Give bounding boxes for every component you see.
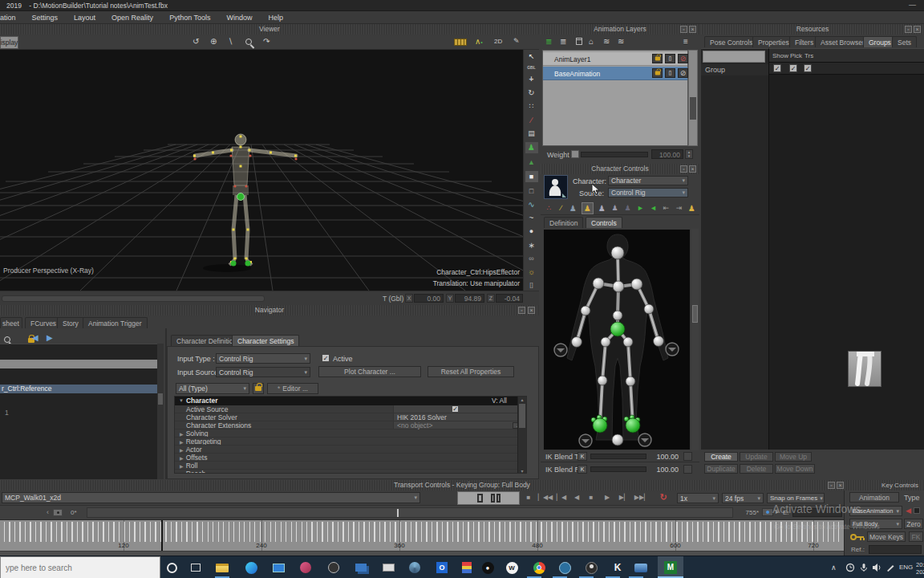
zoom-range-icon[interactable]	[762, 508, 773, 516]
bottom-center-control[interactable]	[612, 434, 623, 446]
full-body-icon[interactable]: ♟	[687, 202, 697, 214]
maps-pin-icon[interactable]: ●	[476, 556, 499, 578]
cortana-icon[interactable]	[160, 556, 183, 578]
viewport-canvas[interactable]	[0, 50, 523, 291]
left-hip-control[interactable]	[601, 337, 610, 347]
remote-desktop-icon[interactable]	[350, 556, 372, 578]
tree-item-selected[interactable]: r_Ctrl:Reference	[0, 385, 157, 393]
weight-slider-track[interactable]	[581, 152, 648, 157]
audio-app-icon[interactable]	[403, 556, 426, 578]
menu-item-settings[interactable]: Settings	[24, 14, 67, 22]
character-d-icon[interactable]: ♟	[622, 202, 633, 214]
character-body-view[interactable]	[543, 229, 691, 450]
gbl-mode-icon[interactable]: GBL	[527, 65, 536, 70]
motionbuilder-taskbar-icon[interactable]: M	[658, 556, 683, 578]
previous-key-button[interactable]: ▏◀	[555, 494, 568, 501]
ik-blend-r-value[interactable]: 100.00	[648, 466, 679, 474]
left-hand-control[interactable]	[572, 337, 582, 348]
layer-lock-button[interactable]	[652, 68, 663, 78]
right-elbow-control[interactable]	[644, 304, 654, 314]
next-frame-button[interactable]: ▶▏	[618, 494, 630, 501]
resources-close-icon[interactable]: ×	[914, 26, 921, 33]
tab-dopesheet[interactable]: sheet	[0, 317, 22, 328]
ik-key-icon[interactable]: K	[578, 465, 587, 474]
head-control[interactable]	[611, 246, 624, 259]
range-marker-icon[interactable]	[53, 509, 63, 516]
go-to-start-button[interactable]: ▏◀◀	[537, 494, 553, 501]
input-type-dropdown[interactable]: Control Rig▾	[216, 353, 310, 364]
filter-type-dropdown[interactable]: All (Type)▾	[176, 383, 249, 394]
column-show[interactable]: Show	[772, 52, 788, 59]
tab-pose-controls[interactable]: Pose Controls	[704, 36, 758, 47]
ik-key-icon[interactable]: K	[578, 452, 587, 461]
source-dropdown[interactable]: Control Rig▾	[608, 188, 688, 197]
character-c-icon[interactable]: ♟	[610, 202, 620, 214]
group-name-field[interactable]	[703, 51, 765, 63]
spine-control[interactable]	[613, 311, 622, 320]
orbit-icon[interactable]: ↺	[192, 37, 199, 46]
keying-group-dropdown[interactable]: Full Body▾	[849, 519, 902, 529]
tray-clock[interactable]: 20:2 2021	[916, 561, 924, 576]
navigator-close-icon[interactable]: ×	[528, 307, 535, 314]
menu-item-python-tools[interactable]: Python Tools	[161, 14, 218, 22]
frame-display-mode[interactable]	[457, 491, 520, 505]
right-hand-aux-button[interactable]	[666, 343, 679, 356]
create-button[interactable]: Create	[704, 452, 738, 462]
move-down-button[interactable]: Move Down	[775, 464, 815, 474]
layers-icon[interactable]: ≣	[560, 37, 566, 46]
axis-icon[interactable]: ∧•	[475, 37, 483, 46]
layer-solo-button[interactable]: ▯	[665, 54, 675, 63]
menu-item-open-reality[interactable]: Open Reality	[103, 14, 161, 22]
delete-button[interactable]: Delete	[740, 464, 773, 474]
color-app-icon[interactable]	[456, 556, 478, 578]
navigator-find-icon[interactable]	[4, 336, 10, 343]
group-row-label[interactable]: Group	[701, 64, 768, 75]
x-value-field[interactable]: 0.00	[414, 294, 444, 303]
obs-companion-icon[interactable]	[553, 556, 576, 578]
record-button[interactable]: ■	[523, 494, 534, 501]
viewport[interactable]: Producer Perspective (X-Ray) Character_C…	[0, 50, 523, 291]
character-thumbnail[interactable]	[544, 175, 568, 199]
duplicate-button[interactable]: Duplicate	[704, 464, 738, 474]
left-elbow-control[interactable]	[581, 306, 590, 315]
layer-mute-button[interactable]: ⊘	[678, 54, 688, 63]
right-knee-control[interactable]	[626, 377, 635, 386]
left-knee-control[interactable]	[598, 376, 607, 385]
plot-flag-right-icon[interactable]: ►	[648, 202, 659, 214]
pin-translate-icon[interactable]: ⇤	[661, 202, 671, 214]
animation-mode-button[interactable]: Animation	[849, 492, 899, 503]
tray-clock-icon[interactable]	[845, 563, 855, 572]
end-range-field[interactable]	[792, 508, 842, 517]
krita-icon[interactable]: K	[606, 556, 629, 578]
wacom-icon[interactable]: W	[500, 556, 523, 578]
chest-control[interactable]	[613, 281, 624, 292]
navigator-forward-icon[interactable]: ▶	[47, 333, 53, 342]
merge-layers-icon[interactable]: ⌂	[589, 37, 594, 46]
body-rig-canvas[interactable]	[544, 230, 690, 450]
current-frame-cursor[interactable]	[161, 520, 163, 551]
base-animation-dropdown[interactable]: BaseAnimation▾	[849, 506, 902, 516]
stack-b-icon[interactable]: ≋	[618, 37, 624, 46]
2d-mode-icon[interactable]: 2D	[494, 38, 502, 45]
timeline-ruler[interactable]: 120 240 360 480 600 720	[0, 520, 844, 551]
timeline-slider-track[interactable]	[87, 507, 733, 518]
discontinuity-icon[interactable]: ◀	[906, 507, 911, 515]
menu-item-window[interactable]: Window	[219, 14, 261, 22]
z-value-field[interactable]: -0.04	[496, 294, 523, 303]
property-row-roll[interactable]: ▶Roll	[175, 462, 526, 470]
layer-row-baseanimation[interactable]: BaseAnimation ▯ ⊘	[543, 67, 687, 80]
tab-sets[interactable]: Sets	[892, 36, 917, 47]
tab-controls[interactable]: Controls	[586, 217, 622, 228]
cube-wire-icon[interactable]: □	[529, 187, 533, 195]
ruler-icon[interactable]	[454, 39, 467, 46]
snap-dropdown[interactable]: Snap on Frames▾	[767, 493, 825, 503]
arc-rotate-icon[interactable]: ↷	[263, 37, 270, 46]
layer-row-animlayer1[interactable]: AnimLayer1 ▯ ⊘	[543, 52, 687, 66]
task-view-icon[interactable]	[184, 556, 207, 578]
outlook-icon[interactable]: O	[431, 556, 453, 578]
right-foot-aux-button[interactable]	[638, 434, 651, 446]
active-checkbox[interactable]: ✓	[322, 354, 330, 362]
property-row-offsets[interactable]: ▶Offsets	[175, 454, 526, 462]
play-button[interactable]: ▶	[602, 494, 613, 501]
keyboard-app-icon[interactable]	[377, 556, 399, 578]
